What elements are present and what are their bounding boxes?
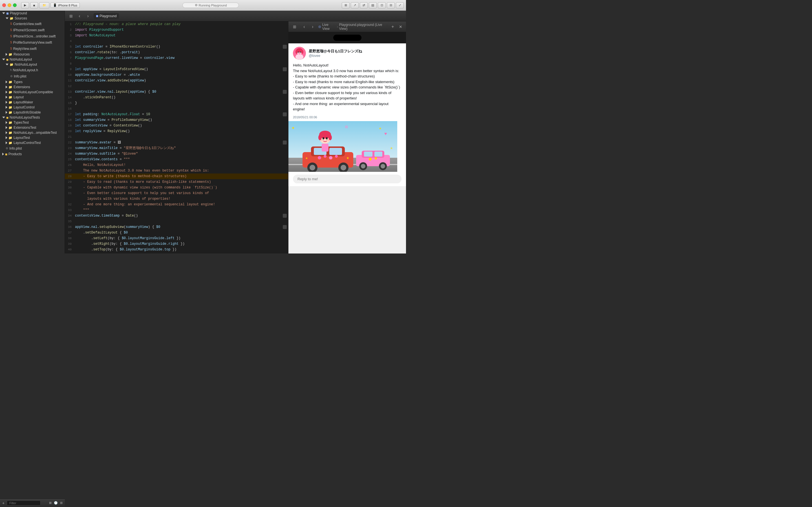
tweet-username: 星野恵瑠@今日も1日フレンズね xyxy=(309,49,362,54)
link-button[interactable]: ⇄ xyxy=(360,2,368,8)
sidebar-item-iphonexscreencontroller[interactable]: S IPhoneXScre...ontroller.swift xyxy=(0,33,64,40)
line-content: import PlaygroundSupport xyxy=(75,27,288,33)
live-view-close-button[interactable]: ✕ xyxy=(398,24,404,30)
svg-text:★: ★ xyxy=(378,126,382,130)
sidebar-item-layoutmaker[interactable]: 📁 LayoutMaker xyxy=(0,100,64,105)
maximize-button[interactable] xyxy=(13,3,17,7)
device-indicator[interactable]: 📱 iPhone 8 Plus xyxy=(50,3,80,8)
forward-icon[interactable]: › xyxy=(84,13,92,19)
sidebar-item-products[interactable]: ◼ Products xyxy=(0,152,64,157)
sidebar-item-label: ReplyView.swift xyxy=(13,46,37,51)
sidebar-item-profilesummaryview[interactable]: S ProfileSummaryView.swift xyxy=(0,40,64,46)
swift-icon: S xyxy=(10,34,12,39)
swift-icon: S xyxy=(10,27,12,33)
playground-icon: ◼ xyxy=(6,11,9,15)
live-view-toolbar: ⊞ ‹ › ◎ Live View › Playground.playgroun… xyxy=(289,21,406,32)
line-content: - Easy to write (thanks to method-chain … xyxy=(75,173,288,179)
live-view-add-button[interactable]: + xyxy=(390,24,396,30)
sidebar-item-extensionstest[interactable]: 📁 ExtensionsTest xyxy=(0,125,64,130)
code-line: 33 """ xyxy=(65,207,288,213)
sidebar-item-notautolayout-folder[interactable]: 📁 NotAutoLayout xyxy=(0,62,64,67)
code-line: 27 The new NotAutoLayout 3.0 now has eve… xyxy=(65,168,288,173)
code-line: 35 xyxy=(65,219,288,224)
sidebar-item-layouttest[interactable]: 📁 LayoutTest xyxy=(0,135,64,140)
reply-input[interactable] xyxy=(293,175,402,183)
group-icon: ◼ xyxy=(6,116,8,119)
panel-split-button[interactable]: ⊡ xyxy=(378,2,386,8)
fullscreen-button[interactable]: ⤢ xyxy=(396,2,404,8)
sidebar-item-layout[interactable]: 📁 Layout xyxy=(0,95,64,100)
minimize-button[interactable] xyxy=(8,3,11,7)
code-editor[interactable]: 1 //: Playground – noun: a place where p… xyxy=(65,21,288,253)
line-result-btn[interactable] xyxy=(283,140,288,145)
live-view-back-icon[interactable]: ‹ xyxy=(300,24,308,30)
sidebar-item-extensions[interactable]: 📁 Extensions xyxy=(0,84,64,90)
line-number: 25 xyxy=(65,157,75,162)
grid-view-button[interactable]: ⊞ xyxy=(342,2,350,8)
sidebar-item-replyview[interactable]: S ReplyView.swift xyxy=(0,46,64,52)
sidebar-item-typestest[interactable]: 📁 TypesTest xyxy=(0,120,64,125)
sidebar-item-layoutinfostorable[interactable]: 📁 LayoutInfoStoable xyxy=(0,110,64,115)
live-view-forward-icon[interactable]: › xyxy=(309,24,317,30)
line-number: 39 xyxy=(65,241,75,247)
line-result-btn[interactable] xyxy=(283,66,288,72)
sidebar-item-notautolayout-group[interactable]: ◼ NotAutoLayout xyxy=(0,57,64,62)
line-number: 12 xyxy=(65,83,75,89)
close-button[interactable] xyxy=(2,3,6,7)
svg-text:★: ★ xyxy=(305,157,308,160)
line-result-btn[interactable] xyxy=(283,213,288,219)
playground-tab[interactable]: ◼ Playground xyxy=(94,13,119,19)
sidebar-item-notautolayocompatibletest[interactable]: 📁 NotAutoLayo...ompatibleTest xyxy=(0,130,64,135)
svg-text:✦: ✦ xyxy=(291,126,295,130)
sidebar-item-contentsview[interactable]: S ContentsView.swift xyxy=(0,21,64,27)
sidebar-item-layoutcontrol[interactable]: 📁 LayoutControl xyxy=(0,105,64,110)
line-number: 28 xyxy=(65,173,75,179)
back-icon[interactable]: ‹ xyxy=(75,13,84,19)
scheme-button[interactable]: 📁 xyxy=(39,2,49,8)
breadcrumb-live-view[interactable]: Live View xyxy=(322,23,336,31)
panel-bottom-button[interactable]: ⊟ xyxy=(387,2,395,8)
stop-button[interactable]: ■ xyxy=(30,2,38,8)
play-button[interactable]: ▶ xyxy=(21,2,29,8)
sidebar-item-resources[interactable]: 📁 Resources xyxy=(0,52,64,57)
grid-icon[interactable]: ⊞ xyxy=(67,13,75,19)
line-number: 36 xyxy=(65,224,75,230)
line-content: - Capable with dynamic view sizes (with … xyxy=(75,185,288,190)
swift-icon: S xyxy=(10,46,12,51)
line-number: 24 xyxy=(65,151,75,157)
sidebar-item-sources[interactable]: 📁 Sources xyxy=(0,16,64,21)
line-number: 29 xyxy=(65,179,75,185)
svg-point-21 xyxy=(329,156,333,159)
line-result-btn[interactable] xyxy=(283,44,288,50)
line-content: .setDefaultLayout { $0 xyxy=(75,230,283,235)
sidebar-item-info-plist2[interactable]: ⚙ Info.plist xyxy=(0,145,64,152)
running-label: Running Playground xyxy=(199,4,227,7)
line-result-btn[interactable] xyxy=(283,224,288,230)
line-number: 21 xyxy=(65,134,75,140)
sidebar-playground-label: Playground xyxy=(10,11,27,15)
sidebar-toggle-button[interactable]: ▤ xyxy=(369,2,377,8)
sidebar-notautolayout-label: NotAutoLayout xyxy=(10,57,32,61)
sidebar-item-layoutcontroltest[interactable]: 📁 LayoutControlTest xyxy=(0,140,64,145)
editor-live-container: ⊞ ‹ › ◼ Playground 1 //: Playground – no… xyxy=(65,11,406,253)
line-content: .setRight(by: { $0.layoutMarginsGuide.ri… xyxy=(75,241,283,247)
share-button[interactable]: ↗ xyxy=(351,2,359,8)
code-line: 9 let appView = LayoutInfoStoredView() xyxy=(65,66,288,72)
sidebar-item-notautolayout-h[interactable]: h NotAutoLayout.h xyxy=(0,67,64,73)
sidebar-item-notautolayouttests-group[interactable]: ◼ NotAutoLayoutTests xyxy=(0,115,64,120)
sidebar-item-notautolayoutcompatible[interactable]: 📁 NotAutoLayoutCompatible xyxy=(0,90,64,95)
sidebar-item-info-plist[interactable]: ⚙ Info.plist xyxy=(0,73,64,79)
line-result-btn[interactable] xyxy=(283,112,288,117)
chevron-right-icon xyxy=(6,121,7,124)
line-result-btn[interactable] xyxy=(283,89,288,95)
live-view-grid-icon[interactable]: ⊞ xyxy=(291,24,299,30)
breadcrumb-playground-file[interactable]: Playground.playground (Live View) xyxy=(339,23,388,31)
sidebar-item-playground[interactable]: ◼ Playground xyxy=(0,11,64,16)
sidebar-item-iphonexscreen[interactable]: S IPhoneXScreen.swift xyxy=(0,27,64,33)
live-view-icon: ◎ xyxy=(318,25,321,29)
avatar-image xyxy=(293,47,306,60)
folder-icon: 📁 xyxy=(8,141,12,145)
chevron-down-icon xyxy=(6,64,8,65)
chevron-down-icon xyxy=(2,117,5,118)
sidebar-item-types[interactable]: 📁 Types xyxy=(0,79,64,84)
